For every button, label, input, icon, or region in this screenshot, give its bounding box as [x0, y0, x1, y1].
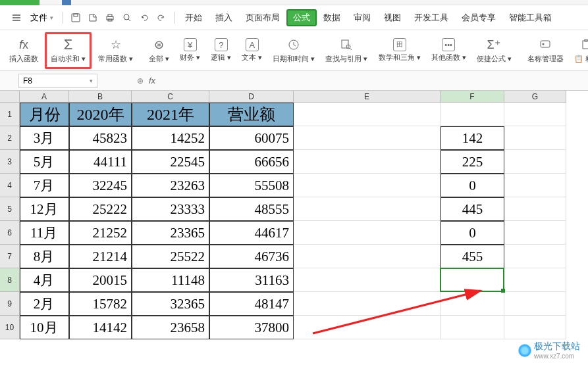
cell[interactable]: 11月	[20, 221, 69, 245]
row-header[interactable]: 5	[0, 197, 20, 221]
cell[interactable]	[504, 150, 566, 174]
cell[interactable]: 14142	[69, 316, 132, 339]
menu-smart[interactable]: 智能工具箱	[502, 9, 558, 26]
cell[interactable]: 15782	[69, 292, 132, 316]
row-header[interactable]: 8	[0, 268, 20, 292]
header-cell[interactable]: 2021年	[132, 103, 209, 126]
cell[interactable]: 142	[441, 126, 504, 150]
file-menu[interactable]: 文件 ▾	[25, 9, 59, 26]
row-header[interactable]: 9	[0, 292, 20, 316]
cell[interactable]: 2月	[20, 292, 69, 316]
datetime-button[interactable]: 日期和时间 ▾	[269, 32, 319, 69]
cell[interactable]: 25222	[69, 197, 132, 221]
cell[interactable]: 0	[441, 221, 504, 245]
cell[interactable]	[504, 268, 566, 292]
paste-button[interactable]: 📋 粘贴	[570, 32, 588, 69]
save-icon[interactable]	[68, 11, 83, 25]
cell[interactable]	[441, 316, 504, 339]
menu-layout[interactable]: 页面布局	[239, 9, 286, 26]
row-header[interactable]: 2	[0, 126, 20, 150]
cell[interactable]	[504, 103, 566, 126]
cell[interactable]	[294, 316, 441, 339]
cell[interactable]: 32245	[69, 174, 132, 197]
cell[interactable]	[294, 268, 441, 292]
cell[interactable]: 66656	[209, 150, 294, 174]
cell[interactable]: 14252	[132, 126, 209, 150]
col-header-b[interactable]: B	[69, 91, 132, 103]
cell[interactable]: 23658	[132, 316, 209, 339]
cell[interactable]: 225	[441, 150, 504, 174]
row-header[interactable]: 1	[0, 103, 20, 126]
lookup-button[interactable]: 查找与引用 ▾	[321, 32, 371, 69]
cell[interactable]: 10月	[20, 316, 69, 339]
export-icon[interactable]	[86, 11, 100, 25]
row-header[interactable]: 3	[0, 150, 20, 174]
cell[interactable]	[294, 245, 441, 268]
cell[interactable]	[504, 245, 566, 268]
logic-button[interactable]: ? 逻辑 ▾	[207, 32, 235, 69]
cell[interactable]	[504, 174, 566, 197]
quick-formula-button[interactable]: Σ⁺ 便捷公式 ▾	[473, 32, 516, 69]
menu-dev[interactable]: 开发工具	[408, 9, 455, 26]
col-header-d[interactable]: D	[209, 91, 294, 103]
cell[interactable]	[294, 103, 441, 126]
cell[interactable]: 20015	[69, 268, 132, 292]
menu-insert[interactable]: 插入	[209, 9, 239, 26]
cell[interactable]: 60075	[209, 126, 294, 150]
cell[interactable]: 23333	[132, 197, 209, 221]
header-cell[interactable]: 营业额	[209, 103, 294, 126]
cell[interactable]: 46736	[209, 245, 294, 268]
text-button[interactable]: A 文本 ▾	[238, 32, 266, 69]
finance-button[interactable]: ¥ 财务 ▾	[176, 32, 204, 69]
header-cell[interactable]: 2020年	[69, 103, 132, 126]
other-functions-button[interactable]: ••• 其他函数 ▾	[427, 32, 470, 69]
cell[interactable]: 44111	[69, 150, 132, 174]
cell[interactable]: 48147	[209, 292, 294, 316]
tab-active[interactable]	[0, 0, 40, 5]
col-header-e[interactable]: E	[294, 91, 441, 103]
preview-icon[interactable]	[120, 11, 134, 25]
cell[interactable]	[294, 174, 441, 197]
menu-data[interactable]: 数据	[317, 9, 347, 26]
name-manager-button[interactable]: 名称管理器	[523, 32, 568, 69]
menu-review[interactable]: 审阅	[347, 9, 377, 26]
cell[interactable]	[441, 103, 504, 126]
menu-member[interactable]: 会员专享	[455, 9, 502, 26]
cell[interactable]: 21252	[69, 221, 132, 245]
col-header-a[interactable]: A	[20, 91, 69, 103]
cell[interactable]	[504, 197, 566, 221]
row-header[interactable]: 6	[0, 221, 20, 245]
cell[interactable]	[294, 221, 441, 245]
common-functions-button[interactable]: ☆ 常用函数 ▾	[94, 32, 137, 69]
all-functions-button[interactable]: ⊛ 全部 ▾	[145, 32, 173, 69]
cell[interactable]: 445	[441, 197, 504, 221]
print-icon[interactable]	[103, 11, 117, 25]
cell[interactable]: 32365	[132, 292, 209, 316]
menu-start[interactable]: 开始	[178, 9, 209, 26]
cell[interactable]: 55508	[209, 174, 294, 197]
cell[interactable]: 23263	[132, 174, 209, 197]
cell[interactable]: 12月	[20, 197, 69, 221]
header-cell[interactable]: 月份	[20, 103, 69, 126]
cell[interactable]	[504, 292, 566, 316]
cell[interactable]	[504, 126, 566, 150]
cell[interactable]	[504, 221, 566, 245]
col-header-g[interactable]: G	[504, 91, 566, 103]
cell[interactable]	[294, 126, 441, 150]
select-all-corner[interactable]	[0, 91, 20, 103]
cell[interactable]	[441, 268, 504, 292]
cell[interactable]: 44617	[209, 221, 294, 245]
menu-formula[interactable]: 公式	[286, 9, 317, 26]
menu-view[interactable]: 视图	[377, 9, 408, 26]
cell[interactable]: 3月	[20, 126, 69, 150]
math-button[interactable]: 田 数学和三角 ▾	[375, 32, 425, 69]
cell-reference-input[interactable]: F8 ▾	[18, 74, 97, 88]
redo-icon[interactable]	[154, 11, 169, 25]
cell[interactable]	[294, 292, 441, 316]
col-header-c[interactable]: C	[132, 91, 209, 103]
cell[interactable]	[441, 292, 504, 316]
insert-function-button[interactable]: fx 插入函数	[5, 32, 42, 69]
cell[interactable]: 25522	[132, 245, 209, 268]
cell[interactable]: 23365	[132, 221, 209, 245]
autosum-button[interactable]: Σ 自动求和 ▾	[45, 32, 92, 69]
